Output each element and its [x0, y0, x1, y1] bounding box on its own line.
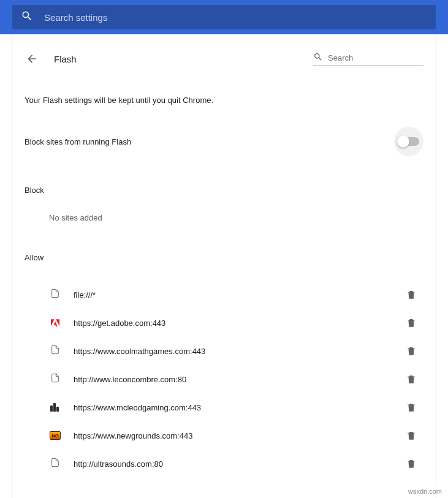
toggle-track: [398, 137, 419, 146]
right-gutter: [436, 34, 448, 498]
site-url: file:///*: [74, 290, 404, 300]
allow-site-row[interactable]: http://ultrasounds.com:80: [25, 450, 423, 478]
top-search-field[interactable]: [12, 5, 436, 29]
file-icon: [50, 345, 60, 357]
delete-site-button[interactable]: [404, 344, 419, 358]
delete-site-button[interactable]: [404, 400, 419, 415]
delete-site-button[interactable]: [404, 315, 419, 330]
allow-section-title: Allow: [25, 253, 423, 262]
mcleodgaming-icon: [50, 403, 60, 412]
allow-site-list: file:///*https://get.adobe.com:443https:…: [25, 281, 423, 478]
delete-site-button[interactable]: [404, 287, 419, 302]
block-empty-message: No sites added: [49, 213, 423, 222]
site-url: https://get.adobe.com:443: [74, 319, 404, 328]
watermark: wsxdn.com: [406, 487, 444, 496]
block-flash-toggle-row: Block sites from running Flash: [25, 127, 423, 156]
left-gutter: [0, 34, 12, 498]
page-title: Flash: [54, 54, 77, 64]
site-url: https://www.newgrounds.com:443: [74, 431, 404, 440]
panel-search[interactable]: [313, 52, 423, 66]
content-shell: Flash Your Flash settings will be kept u…: [0, 34, 448, 498]
file-icon: [50, 373, 60, 385]
settings-panel: Flash Your Flash settings will be kept u…: [12, 34, 436, 498]
back-button[interactable]: [25, 51, 39, 66]
file-icon: [50, 289, 60, 301]
file-icon: [50, 458, 60, 470]
block-flash-label: Block sites from running Flash: [25, 137, 131, 146]
allow-site-row[interactable]: file:///*: [25, 281, 423, 309]
site-url: http://www.leconcombre.com:80: [74, 375, 404, 384]
block-flash-toggle[interactable]: [394, 127, 423, 156]
search-icon: [313, 52, 323, 64]
site-url: https://www.coolmathgames.com:443: [74, 347, 404, 356]
panel-search-input[interactable]: [328, 53, 423, 62]
allow-site-row[interactable]: https://get.adobe.com:443: [25, 309, 423, 337]
delete-site-button[interactable]: [404, 372, 419, 387]
top-search-bar: [0, 0, 448, 34]
info-text: Your Flash settings will be kept until y…: [25, 96, 423, 105]
allow-site-row[interactable]: http://www.leconcombre.com:80: [25, 365, 423, 393]
delete-site-button[interactable]: [404, 456, 419, 471]
panel-header: Flash: [25, 51, 423, 66]
search-icon: [21, 10, 33, 25]
site-url: https://www.mcleodgaming.com:443: [74, 403, 404, 412]
toggle-thumb: [397, 135, 409, 148]
top-search-input[interactable]: [44, 12, 427, 23]
adobe-icon: [50, 318, 60, 328]
allow-site-row[interactable]: NGhttps://www.newgrounds.com:443: [25, 421, 423, 450]
site-url: http://ultrasounds.com:80: [74, 459, 404, 469]
newgrounds-icon: NG: [50, 431, 61, 440]
allow-site-row[interactable]: https://www.mcleodgaming.com:443: [25, 393, 423, 421]
delete-site-button[interactable]: [404, 428, 419, 443]
block-section-title: Block: [25, 186, 423, 195]
allow-site-row[interactable]: https://www.coolmathgames.com:443: [25, 337, 423, 365]
